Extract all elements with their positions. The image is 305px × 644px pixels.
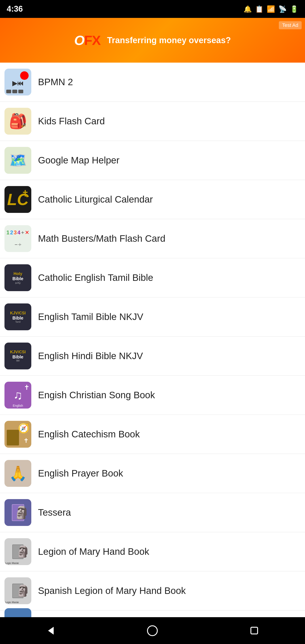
list-item[interactable]: 🗿 Legio Mariæ Spanish Legion of Mary Han… [0, 571, 305, 610]
app-name-catholic-english-tamil-bible: Catholic English Tamil Bible [38, 272, 153, 283]
app-name-spanish-legion-of-mary-hand-book: Spanish Legion of Mary Hand Book [38, 586, 186, 596]
status-time: 4:36 [7, 4, 23, 14]
sim-icon: 📋 [255, 5, 264, 13]
signal-icon: 📡 [278, 5, 287, 13]
app-name-english-catechism-book: English Catechism Book [38, 429, 140, 440]
back-button[interactable] [40, 620, 62, 642]
list-item[interactable]: ▶⏮ BPMN 2 [0, 62, 305, 102]
app-name-english-prayer-book: English Prayer Book [38, 468, 123, 479]
app-icon-google-map-helper: 🗺️ [4, 147, 31, 174]
list-item[interactable]: 🎒 Kids Flash Card [0, 102, 305, 141]
app-name-catholic-liturgical-calendar: Catholic Liturgical Calendar [38, 194, 153, 205]
app-name-kids-flash-card: Kids Flash Card [38, 116, 105, 126]
wifi-icon: 📶 [267, 5, 275, 13]
svg-rect-2 [251, 627, 258, 634]
status-bar: 4:36 🔔 📋 📶 📡 🔋 [0, 0, 305, 18]
app-name-google-map-helper: Google Map Helper [38, 155, 120, 166]
list-item[interactable]: 🧭 ✝ English Catechism Book [0, 415, 305, 454]
list-item[interactable]: 🙏 English Prayer Book [0, 454, 305, 493]
list-item[interactable]: KJV/CSI Bible हिंदी English Hindi Bible … [0, 336, 305, 376]
app-name-legion-of-mary-hand-book: Legion of Mary Hand Book [38, 546, 149, 557]
list-item[interactable]: ♫ ✝ English Engish Christian Song Book [0, 376, 305, 415]
home-button[interactable] [141, 620, 164, 642]
app-icon-tessera: 🗿 [4, 499, 31, 526]
bpmn-red-dot [20, 71, 28, 80]
app-name-tessera: Tessera [38, 507, 71, 518]
list-item[interactable]: Holy Bible தமிழ் Catholic English Tamil … [0, 258, 305, 298]
app-name-english-christian-song-book: Engish Christian Song Book [38, 390, 155, 400]
app-icon-legion-of-mary-hand-book: 🗿 Legio Mariæ [4, 538, 31, 565]
app-list: ▶⏮ BPMN 2 🎒 Kids Flash Card 🗺️ Google Ma… [0, 62, 305, 633]
app-icon-kids-flash-card: 🎒 [4, 108, 31, 134]
ad-text: Transferring money overseas? [107, 36, 231, 45]
ad-logo: OFX [74, 33, 100, 48]
list-item[interactable]: LC ✝ Catholic Liturgical Calendar [0, 180, 305, 219]
ad-badge: Test Ad [279, 21, 302, 29]
list-item[interactable]: 🗺️ Google Map Helper [0, 141, 305, 180]
status-icons: 🔔 📋 📶 📡 🔋 [244, 5, 298, 13]
svg-point-1 [148, 626, 158, 636]
nav-bar [0, 617, 305, 644]
battery-icon: 🔋 [290, 5, 298, 13]
list-item[interactable]: 🗿 Legio Mariæ Legion of Mary Hand Book [0, 532, 305, 571]
app-name-math-busters: Math Busters/Math Flash Card [38, 233, 166, 244]
notification-icon: 🔔 [244, 5, 252, 13]
svg-marker-0 [48, 627, 54, 634]
ad-banner[interactable]: Test Ad OFX Transferring money overseas? [0, 18, 305, 62]
app-icon-english-christian-song-book: ♫ ✝ English [4, 382, 31, 408]
app-name-english-tamil-bible-nkjv: English Tamil Bible NKJV [38, 312, 143, 322]
list-item[interactable]: KJV/CSI Bible Tamil English Tamil Bible … [0, 298, 305, 336]
app-icon-math-busters: 1 2 3 4 + ✕ − ÷ [4, 225, 31, 252]
app-icon-english-tamil-bible-nkjv: KJV/CSI Bible Tamil [4, 304, 31, 330]
list-item[interactable]: 🗿 Tessera [0, 493, 305, 532]
app-icon-english-catechism-book: 🧭 ✝ [4, 421, 31, 448]
app-name-bpmn2: BPMN 2 [38, 77, 73, 88]
recents-button[interactable] [243, 620, 266, 642]
app-icon-spanish-legion-of-mary-hand-book: 🗿 Legio Mariæ [4, 577, 31, 604]
app-icon-bpmn2: ▶⏮ [4, 69, 31, 96]
app-icon-catholic-liturgical-calendar: LC ✝ [4, 186, 31, 213]
app-icon-english-hindi-bible-nkjv: KJV/CSI Bible हिंदी [4, 342, 31, 370]
app-icon-catholic-english-tamil-bible: Holy Bible தமிழ் [4, 264, 31, 291]
app-icon-english-prayer-book: 🙏 [4, 460, 31, 487]
ad-banner-content: OFX Transferring money overseas? [74, 33, 231, 48]
app-name-english-hindi-bible-nkjv: English Hindi Bible NKJV [38, 350, 143, 361]
list-item[interactable]: 1 2 3 4 + ✕ − ÷ Math Busters/Math Flash … [0, 219, 305, 258]
